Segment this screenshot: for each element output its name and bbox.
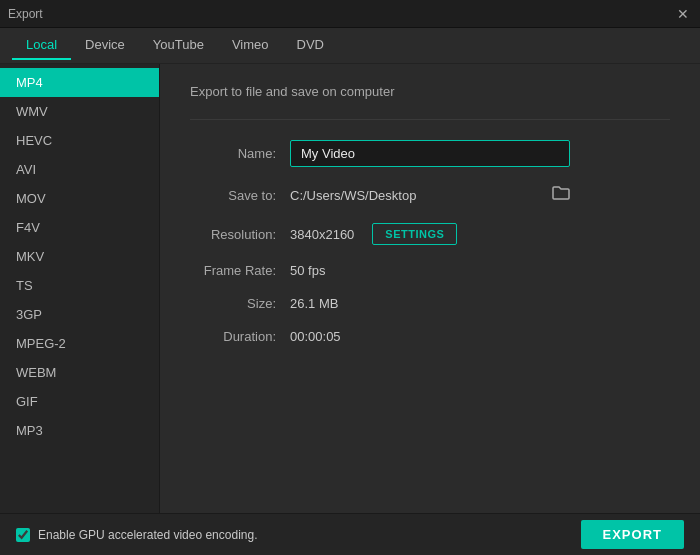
framerate-value: 50 fps bbox=[290, 263, 325, 278]
export-button[interactable]: EXPORT bbox=[581, 520, 684, 549]
titlebar: Export ✕ bbox=[0, 0, 700, 28]
name-row: Name: bbox=[190, 140, 670, 167]
sidebar-item-3gp[interactable]: 3GP bbox=[0, 300, 159, 329]
saveto-path: C:/Users/WS/Desktop bbox=[290, 188, 544, 203]
tab-device[interactable]: Device bbox=[71, 31, 139, 60]
sidebar-item-f4v[interactable]: F4V bbox=[0, 213, 159, 242]
main-area: MP4 WMV HEVC AVI MOV F4V MKV TS 3GP MPEG… bbox=[0, 64, 700, 513]
sidebar-item-wmv[interactable]: WMV bbox=[0, 97, 159, 126]
duration-value: 00:00:05 bbox=[290, 329, 341, 344]
name-label: Name: bbox=[190, 146, 290, 161]
tabbar: Local Device YouTube Vimeo DVD bbox=[0, 28, 700, 64]
sidebar: MP4 WMV HEVC AVI MOV F4V MKV TS 3GP MPEG… bbox=[0, 64, 160, 513]
tab-youtube[interactable]: YouTube bbox=[139, 31, 218, 60]
size-label: Size: bbox=[190, 296, 290, 311]
name-input[interactable] bbox=[290, 140, 570, 167]
sidebar-item-hevc[interactable]: HEVC bbox=[0, 126, 159, 155]
size-row: Size: 26.1 MB bbox=[190, 296, 670, 311]
gpu-checkbox[interactable] bbox=[16, 528, 30, 542]
saveto-label: Save to: bbox=[190, 188, 290, 203]
sidebar-item-avi[interactable]: AVI bbox=[0, 155, 159, 184]
resolution-row: Resolution: 3840x2160 SETTINGS bbox=[190, 223, 670, 245]
content-area: Export to file and save on computer Name… bbox=[160, 64, 700, 513]
resolution-container: 3840x2160 SETTINGS bbox=[290, 223, 457, 245]
section-title: Export to file and save on computer bbox=[190, 84, 670, 99]
sidebar-item-webm[interactable]: WEBM bbox=[0, 358, 159, 387]
saveto-row: Save to: C:/Users/WS/Desktop bbox=[190, 185, 670, 205]
tab-dvd[interactable]: DVD bbox=[283, 31, 338, 60]
framerate-row: Frame Rate: 50 fps bbox=[190, 263, 670, 278]
duration-row: Duration: 00:00:05 bbox=[190, 329, 670, 344]
tab-vimeo[interactable]: Vimeo bbox=[218, 31, 283, 60]
sidebar-item-gif[interactable]: GIF bbox=[0, 387, 159, 416]
sidebar-item-ts[interactable]: TS bbox=[0, 271, 159, 300]
bottombar: Enable GPU accelerated video encoding. E… bbox=[0, 513, 700, 555]
gpu-label-text: Enable GPU accelerated video encoding. bbox=[38, 528, 257, 542]
resolution-label: Resolution: bbox=[190, 227, 290, 242]
close-button[interactable]: ✕ bbox=[674, 5, 692, 23]
resolution-value: 3840x2160 bbox=[290, 227, 354, 242]
tab-local[interactable]: Local bbox=[12, 31, 71, 60]
gpu-label: Enable GPU accelerated video encoding. bbox=[16, 528, 257, 542]
folder-icon[interactable] bbox=[552, 185, 570, 205]
settings-button[interactable]: SETTINGS bbox=[372, 223, 457, 245]
saveto-container: C:/Users/WS/Desktop bbox=[290, 185, 570, 205]
divider bbox=[190, 119, 670, 120]
sidebar-item-mkv[interactable]: MKV bbox=[0, 242, 159, 271]
sidebar-item-mp4[interactable]: MP4 bbox=[0, 68, 159, 97]
sidebar-item-mov[interactable]: MOV bbox=[0, 184, 159, 213]
size-value: 26.1 MB bbox=[290, 296, 338, 311]
duration-label: Duration: bbox=[190, 329, 290, 344]
framerate-label: Frame Rate: bbox=[190, 263, 290, 278]
sidebar-item-mp3[interactable]: MP3 bbox=[0, 416, 159, 445]
sidebar-item-mpeg2[interactable]: MPEG-2 bbox=[0, 329, 159, 358]
window-title: Export bbox=[8, 7, 43, 21]
